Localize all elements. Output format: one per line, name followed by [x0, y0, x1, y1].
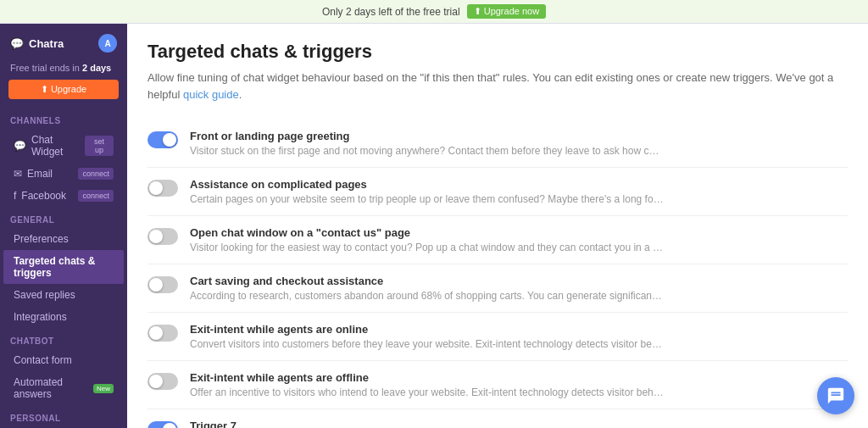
sidebar-logo: 💬 Chatra — [10, 37, 64, 50]
trigger-desc: Offer an incentive to visitors who inten… — [190, 386, 665, 398]
sidebar-item-facebook[interactable]: f Facebook connect — [3, 185, 124, 207]
trigger-desc: Visitor looking for the easiest way to c… — [190, 242, 665, 253]
trigger-info: Exit-intent while agents are online Conv… — [190, 323, 848, 350]
trigger-item: Exit-intent while agents are offline Off… — [147, 361, 848, 409]
quick-guide-link[interactable]: quick guide — [183, 88, 239, 101]
trigger-desc: According to research, customers abandon… — [190, 290, 665, 302]
new-badge: New — [93, 384, 114, 393]
chat-fab[interactable] — [817, 377, 854, 414]
sidebar-item-automated-answers[interactable]: Automated answers New — [3, 371, 124, 405]
trigger-item: Trigger 7 Test — [147, 409, 848, 428]
sidebar-item-targeted-chats[interactable]: Targeted chats & triggers — [3, 250, 124, 284]
trigger-toggle-5[interactable] — [147, 373, 178, 390]
trigger-item: Exit-intent while agents are online Conv… — [147, 313, 848, 361]
trigger-item: Front or landing page greeting Visitor s… — [147, 120, 848, 168]
trigger-info: Open chat window on a "contact us" page … — [190, 226, 848, 253]
main-content: Targeted chats & triggers Allow fine tun… — [127, 24, 868, 428]
trigger-item: Open chat window on a "contact us" page … — [147, 216, 848, 264]
chatbot-section-label: CHATBOT — [0, 328, 127, 349]
trial-banner: Only 2 days left of the free trial ⬆ Upg… — [0, 0, 868, 24]
trigger-name: Exit-intent while agents are online — [190, 323, 848, 336]
trigger-item: Cart saving and checkout assistance Acco… — [147, 264, 848, 313]
trigger-desc: Visitor stuck on the first page and not … — [190, 145, 665, 157]
banner-upgrade-button[interactable]: ⬆ Upgrade now — [467, 4, 547, 19]
avatar: A — [98, 34, 117, 53]
trigger-desc: Certain pages on your website seem to tr… — [190, 193, 665, 205]
sidebar-upgrade-button[interactable]: ⬆ Upgrade — [8, 80, 119, 99]
page-description: Allow fine tuning of chat widget behavio… — [147, 69, 848, 103]
email-icon: ✉ — [14, 168, 22, 180]
chat-widget-icon: 💬 — [14, 140, 26, 152]
page-title: Targeted chats & triggers — [147, 41, 848, 63]
email-connect-btn[interactable]: connect — [78, 168, 114, 180]
trigger-toggle-3[interactable] — [147, 276, 178, 293]
trigger-info: Cart saving and checkout assistance Acco… — [190, 275, 848, 302]
trigger-info: Exit-intent while agents are offline Off… — [190, 371, 848, 398]
trigger-toggle-2[interactable] — [147, 228, 178, 245]
trigger-toggle-0[interactable] — [147, 131, 178, 148]
chat-icon: 💬 — [10, 37, 24, 50]
sidebar-item-preferences[interactable]: Preferences — [3, 228, 124, 250]
trigger-toggle-1[interactable] — [147, 180, 178, 197]
trigger-name: Open chat window on a "contact us" page — [190, 226, 848, 239]
trigger-toggle-6[interactable] — [147, 421, 178, 428]
trigger-desc: Convert visitors into customers before t… — [190, 338, 665, 350]
trigger-name: Trigger 7 — [190, 420, 848, 428]
chat-widget-setup-btn[interactable]: set up — [85, 136, 114, 156]
sidebar: 💬 Chatra A Free trial ends in 2 days ⬆ U… — [0, 24, 127, 428]
trigger-info: Assistance on complicated pages Certain … — [190, 178, 848, 205]
trigger-item: Assistance on complicated pages Certain … — [147, 168, 848, 216]
facebook-icon: f — [14, 190, 16, 202]
sidebar-header: 💬 Chatra A — [0, 24, 127, 59]
trial-notice: Free trial ends in 2 days — [0, 59, 127, 80]
channels-section-label: CHANNELS — [0, 108, 127, 129]
trigger-toggle-4[interactable] — [147, 325, 178, 342]
sidebar-item-contact-form[interactable]: Contact form — [3, 349, 124, 371]
personal-section-label: PERSONAL — [0, 405, 127, 426]
trigger-info: Trigger 7 Test — [190, 420, 848, 428]
trigger-info: Front or landing page greeting Visitor s… — [190, 130, 848, 157]
sidebar-item-email[interactable]: ✉ Email connect — [3, 163, 124, 185]
sidebar-item-integrations[interactable]: Integrations — [3, 306, 124, 328]
trigger-name: Assistance on complicated pages — [190, 178, 848, 191]
sidebar-item-saved-replies[interactable]: Saved replies — [3, 284, 124, 306]
trigger-name: Exit-intent while agents are offline — [190, 371, 848, 384]
sidebar-item-chat-widget[interactable]: 💬 Chat Widget set up — [3, 129, 124, 163]
trigger-list: Front or landing page greeting Visitor s… — [147, 120, 848, 428]
facebook-connect-btn[interactable]: connect — [78, 190, 114, 202]
chat-fab-icon — [826, 386, 845, 405]
banner-text: Only 2 days left of the free trial — [322, 6, 460, 18]
general-section-label: GENERAL — [0, 207, 127, 228]
trigger-name: Cart saving and checkout assistance — [190, 275, 848, 287]
trigger-name: Front or landing page greeting — [190, 130, 848, 142]
